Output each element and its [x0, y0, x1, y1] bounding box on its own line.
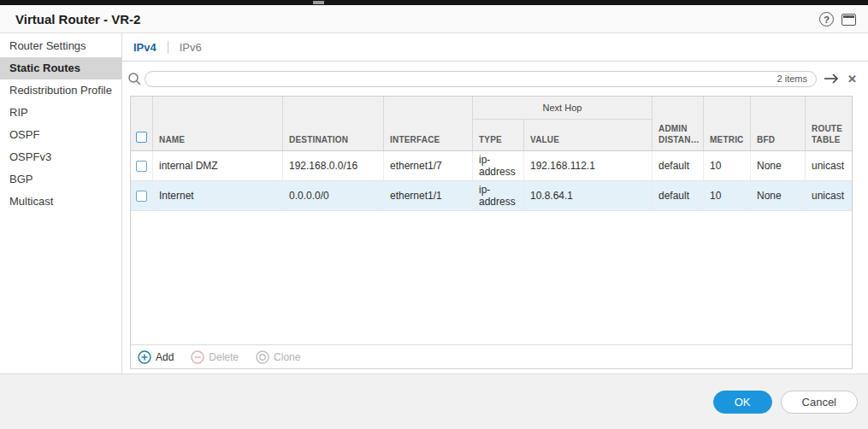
cell-name: internal DMZ: [153, 151, 283, 180]
delete-button-label: Delete: [209, 351, 239, 363]
table-toolbar: Add Delete Clone: [131, 344, 852, 368]
sidebar-item-ospfv3[interactable]: OSPFv3: [0, 146, 121, 168]
search-field-container: 2 items: [145, 71, 817, 87]
col-header-value[interactable]: VALUE: [524, 120, 652, 150]
tab-ipv4[interactable]: IPv4: [122, 41, 168, 54]
cell-value: 192.168.112.1: [524, 151, 652, 180]
search-icon: [127, 72, 142, 86]
row-checkbox[interactable]: [136, 161, 147, 172]
sidebar-item-redistribution-profile[interactable]: Redistribution Profile: [0, 79, 121, 102]
sidebar: Router Settings Static Routes Redistribu…: [0, 33, 122, 373]
cell-metric: 10: [704, 151, 751, 180]
header-checkbox-cell: [131, 97, 153, 150]
row-checkbox[interactable]: [136, 191, 147, 202]
sidebar-item-bgp[interactable]: BGP: [0, 168, 121, 191]
dialog-header: Virtual Router - VR-2 ?: [0, 5, 868, 33]
cell-metric: 10: [704, 181, 751, 210]
tab-ipv6[interactable]: IPv6: [168, 41, 213, 54]
cell-name: Internet: [153, 181, 283, 210]
add-icon: [138, 350, 151, 364]
dialog-title: Virtual Router - VR-2: [15, 5, 140, 33]
delete-icon: [191, 350, 204, 364]
clone-icon: [256, 350, 269, 364]
ok-button[interactable]: OK: [713, 391, 772, 414]
add-button-label: Add: [156, 351, 174, 363]
table-header: NAME DESTINATION INTERFACE Next Hop TYPE…: [131, 97, 852, 151]
clone-button-label: Clone: [274, 351, 300, 363]
row-checkbox-cell: [131, 151, 153, 180]
cell-destination: 0.0.0.0/0: [283, 181, 384, 210]
tabs-bar: IPv4 IPv6: [122, 33, 868, 62]
help-icon[interactable]: ?: [819, 12, 834, 26]
col-header-bfd[interactable]: BFD: [751, 97, 806, 150]
select-all-checkbox[interactable]: [136, 132, 147, 143]
col-header-type[interactable]: TYPE: [473, 120, 524, 150]
clear-filter-x-icon[interactable]: ✕: [847, 73, 857, 85]
sidebar-item-static-routes[interactable]: Static Routes: [0, 57, 121, 79]
sidebar-item-ospf[interactable]: OSPF: [0, 124, 121, 146]
clone-button[interactable]: Clone: [256, 350, 300, 364]
col-header-interface[interactable]: INTERFACE: [384, 97, 473, 150]
virtual-router-dialog: Virtual Router - VR-2 ? Router Settings …: [0, 0, 868, 429]
sidebar-item-multicast[interactable]: Multicast: [0, 191, 121, 213]
cell-interface: ethernet1/1: [384, 181, 473, 210]
col-group-next-hop: Next Hop: [473, 97, 652, 120]
sidebar-item-rip[interactable]: RIP: [0, 102, 121, 124]
table-row[interactable]: internal DMZ 192.168.0.0/16 ethernet1/7 …: [131, 151, 852, 181]
static-routes-table: NAME DESTINATION INTERFACE Next Hop TYPE…: [130, 96, 853, 369]
cell-type: ip-address: [473, 181, 524, 210]
cell-bfd: None: [751, 151, 806, 180]
header-icons: ?: [819, 12, 856, 26]
col-header-admin-distance[interactable]: ADMIN DISTAN…: [652, 97, 704, 150]
delete-button[interactable]: Delete: [191, 350, 239, 364]
cell-route-table: unicast: [806, 151, 853, 180]
table-row[interactable]: Internet 0.0.0.0/0 ethernet1/1 ip-addres…: [131, 181, 852, 211]
col-header-destination[interactable]: DESTINATION: [283, 97, 384, 150]
sidebar-item-router-settings[interactable]: Router Settings: [0, 35, 121, 57]
browser-strip-mark: [313, 1, 324, 4]
cell-destination: 192.168.0.0/16: [283, 151, 384, 180]
items-count-label: 2 items: [777, 73, 816, 84]
row-checkbox-cell: [131, 181, 153, 210]
cancel-button[interactable]: Cancel: [781, 391, 858, 414]
search-bar: 2 items ✕: [122, 62, 868, 96]
dialog-footer: OK Cancel: [0, 373, 868, 429]
search-input[interactable]: [145, 73, 777, 85]
main-content: IPv4 IPv6 2 items ✕: [122, 33, 868, 373]
cell-bfd: None: [751, 181, 806, 210]
window-panel-icon[interactable]: [841, 14, 856, 26]
col-header-metric[interactable]: METRIC: [704, 97, 751, 150]
add-button[interactable]: Add: [138, 350, 174, 364]
col-header-route-table[interactable]: ROUTE TABLE: [806, 97, 853, 150]
cell-value: 10.8.64.1: [524, 181, 652, 210]
cell-admin-distance: default: [652, 181, 704, 210]
cell-admin-distance: default: [652, 151, 704, 180]
col-header-name[interactable]: NAME: [153, 97, 283, 150]
apply-filter-arrow-icon[interactable]: [824, 73, 841, 85]
cell-type: ip-address: [473, 151, 524, 180]
cell-interface: ethernet1/7: [384, 151, 473, 180]
cell-route-table: unicast: [806, 181, 853, 210]
